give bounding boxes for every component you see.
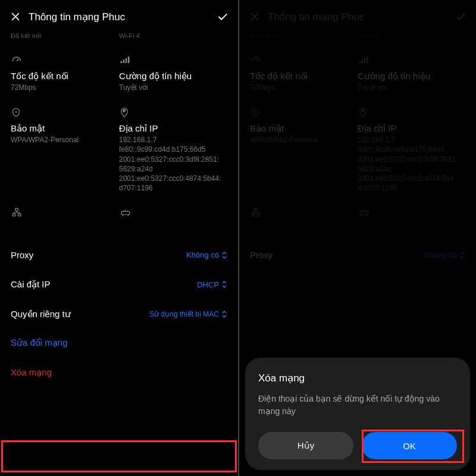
router-cell: [119, 207, 227, 224]
speed-label: Tốc độ kết nối: [11, 71, 113, 82]
security-label: Bảo mật: [11, 123, 113, 134]
cutoff-text: Đã kết nối: [11, 32, 113, 40]
svg-rect-7: [12, 214, 15, 217]
content: Đã kết nối Wi-Fi 4 Tốc độ kết nối 72Mbps…: [0, 33, 238, 389]
privacy-row[interactable]: Quyền riêng tư Sử dụng thiết bị MAC: [11, 299, 227, 329]
svg-text:IP: IP: [123, 109, 126, 112]
ip-label: Địa chỉ IP: [119, 123, 221, 134]
highlight-box: [1, 440, 237, 472]
svg-point-4: [15, 112, 17, 113]
close-icon[interactable]: [7, 8, 24, 25]
svg-rect-2: [126, 58, 127, 63]
shield-icon: [11, 107, 113, 120]
forget-network-link[interactable]: Xóa mạng: [11, 356, 227, 389]
ip-value: 192.168.1.7 fe80::9c99:cd4d:b175:66d5 20…: [119, 135, 221, 193]
privacy-value: Sử dụng thiết bị MAC: [149, 310, 227, 318]
proxy-value: Không có: [186, 250, 227, 259]
updown-icon: [221, 281, 227, 288]
signal-label: Cường độ tín hiệu: [119, 71, 221, 82]
ok-button[interactable]: OK: [362, 432, 457, 459]
header: Thông tin mạng Phuc: [0, 0, 238, 33]
gauge-icon: [11, 54, 113, 67]
ip-cell: IP Địa chỉ IP 192.168.1.7 fe80::9c99:cd4…: [119, 107, 227, 193]
signal-icon: [119, 54, 221, 67]
ip-settings-value: DHCP: [197, 280, 227, 289]
svg-rect-6: [15, 209, 18, 211]
svg-rect-0: [121, 61, 123, 63]
dialog-message: Điện thoại của bạn sẽ dừng kết nối tự độ…: [258, 393, 457, 418]
page-title: Thông tin mạng Phuc: [24, 11, 214, 23]
svg-rect-1: [123, 60, 125, 63]
screenshot-right: Thông tin mạng Phuc Đã kết nối Wi-Fi 4 T…: [238, 0, 476, 476]
security-value: WPA/WPA2-Personal: [11, 135, 113, 145]
network-icon: [11, 207, 113, 220]
security-cell: Bảo mật WPA/WPA2-Personal: [11, 107, 119, 193]
forget-network-dialog: Xóa mạng Điện thoại của bạn sẽ dừng kết …: [245, 358, 470, 470]
privacy-label: Quyền riêng tư: [11, 309, 71, 320]
cancel-button[interactable]: Hủy: [258, 432, 353, 459]
speed-value: 72Mbps: [11, 83, 113, 92]
ip-settings-label: Cài đặt IP: [11, 279, 51, 290]
svg-rect-8: [18, 214, 21, 217]
updown-icon: [221, 311, 227, 318]
signal-cell: Cường độ tín hiệu Tuyệt vời: [119, 54, 227, 92]
svg-rect-9: [121, 212, 130, 215]
signal-value: Tuyệt vời: [119, 83, 221, 92]
proxy-row[interactable]: Proxy Không có: [11, 240, 227, 270]
speed-cell: Tốc độ kết nối 72Mbps: [11, 54, 119, 92]
svg-rect-3: [128, 57, 130, 63]
confirm-icon[interactable]: [214, 8, 231, 25]
screenshot-left: Thông tin mạng Phuc Đã kết nối Wi-Fi 4 T…: [0, 0, 238, 476]
cutoff-text: Wi-Fi 4: [119, 32, 221, 39]
updown-icon: [221, 252, 227, 259]
dialog-title: Xóa mạng: [258, 372, 457, 384]
router-icon: [119, 207, 221, 220]
modify-network-link[interactable]: Sửa đổi mạng: [11, 329, 227, 356]
proxy-label: Proxy: [11, 250, 33, 260]
ip-settings-row[interactable]: Cài đặt IP DHCP: [11, 270, 227, 299]
subnet-cell: [11, 207, 119, 224]
ip-icon: IP: [119, 107, 221, 120]
